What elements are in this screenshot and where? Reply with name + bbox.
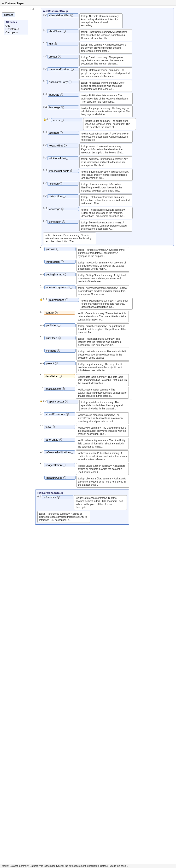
field-additionalInfo-btn[interactable]: additionalInfo i	[47, 156, 79, 160]
field-metadataProvider-btn[interactable]: metadataProvider i	[47, 67, 79, 71]
field-spatialVector-btn[interactable]: spatialVector i	[47, 400, 79, 403]
tt-series: tooltip: Series summary: The series from…	[83, 118, 136, 130]
left-panel: dataset Attributes id system ⚙	[2, 12, 28, 532]
page-title: DatasetType	[5, 1, 24, 5]
info-purpose: i	[56, 248, 59, 250]
rg-field-annotation: 0..* annotation i tooltip: Semantic Anno…	[43, 220, 172, 231]
rg-field-associatedParty: 0..* associatedParty i tooltip: Associat…	[43, 80, 172, 92]
field-licensed-btn[interactable]: licensed i	[47, 182, 79, 186]
expand-icon[interactable]: ▶	[2, 2, 4, 5]
field-methods-btn[interactable]: methods i	[45, 349, 76, 352]
field-storedProcedure-btn[interactable]: storedProcedure i	[44, 412, 75, 416]
page-container: ▶ DatasetType dataset Attributes id	[0, 0, 176, 534]
field-dataTable-btn[interactable]: dataTable i	[44, 374, 75, 378]
tt-title: tooltip: Title summary: A brief descript…	[79, 42, 132, 54]
resource-group-box: res:ResourceGroup 0..* alternateIdentifi…	[41, 8, 174, 246]
tt-shortName: tooltip: Short Name summary: A short nam…	[79, 29, 132, 41]
rg-field-alternateIdentifier: 0..* alternateIdentifier i tooltip: Alte…	[43, 13, 172, 28]
info-icon-15: i	[61, 208, 64, 211]
tt-contact: tooltip: Contact summary: The contact fo…	[76, 311, 129, 322]
field-referencePublication-btn[interactable]: referencePublication i	[44, 451, 75, 454]
tt-gettingStarted: tooltip: Getting Started summary: A high…	[77, 273, 129, 284]
info-methods: i	[57, 349, 60, 352]
info-publisher: i	[58, 324, 60, 327]
tt-project: tooltip: project summary: The project fi…	[77, 362, 129, 373]
field-acknowledgements-btn[interactable]: acknowledgements i	[45, 285, 76, 289]
field-pubPlace-btn[interactable]: pubPlace i	[45, 336, 76, 340]
df-acknowledgements: 0..1 acknowledgements i tooltip: Acknowl…	[40, 285, 174, 297]
df-contact: 1..* contact i tooltip: Contact summary:…	[40, 311, 174, 322]
resource-group-container: 1..1 res:ResourceGroup 0..* alternateIde…	[30, 8, 174, 246]
field-introduction-btn[interactable]: introduction i	[45, 260, 76, 264]
field-contact-btn[interactable]: contact i	[44, 311, 75, 314]
field-associatedParty-btn[interactable]: associatedParty i	[47, 80, 79, 84]
field-annotation-btn[interactable]: annotation i	[47, 220, 79, 224]
attr-system: system ⚙	[5, 28, 27, 30]
tt-spatialVector: tooltip: spatial vector summary: The spa…	[79, 400, 132, 411]
tt-acknowledgements: tooltip: Acknowledgements summary: Text …	[77, 285, 129, 297]
tt-keywordSet: tooltip: Keyword information summary: Ke…	[79, 144, 132, 155]
field-publisher-btn[interactable]: publisher i	[45, 323, 76, 327]
field-title-btn[interactable]: title i	[47, 42, 79, 46]
attr-scope-bullet	[5, 31, 7, 33]
maintenance-lock-icon: 🔒	[40, 298, 43, 301]
field-alternateIdentifier-btn[interactable]: alternateIdentifier i	[47, 13, 79, 17]
tt-otherEntity: tooltip: other entity summary: The other…	[76, 438, 129, 450]
ref-group-title[interactable]: res:ReferenceGroup	[37, 491, 127, 494]
field-otherEntity-btn[interactable]: otherEntity i	[44, 438, 75, 441]
field-literatureCited-btn[interactable]: literatureCited i	[45, 476, 76, 480]
field-creator-btn[interactable]: creator i	[47, 55, 79, 59]
field-project-btn[interactable]: project i	[45, 362, 76, 365]
attr-id-bullet	[5, 25, 7, 27]
tt-associatedParty: tooltip: Associated Party summary: Other…	[79, 80, 132, 92]
info-spatialRaster: i	[62, 388, 65, 390]
attr-id: id	[5, 24, 27, 27]
info-icon-6: i	[60, 93, 63, 96]
tt-abstract: tooltip: Abstract summary: A brief overv…	[80, 131, 133, 143]
rg-field-references: 0..1 references i tooltip: References su…	[37, 495, 127, 510]
tt-pubDate: tooltip: Publication date summary: The p…	[80, 93, 133, 104]
tt-publisher: tooltip: publisher summary: The publishe…	[77, 323, 129, 335]
field-usageCitation-btn[interactable]: usageCitation i	[44, 463, 75, 467]
rg-field-creator: 1..* creator i tooltip: Creator summary:…	[43, 55, 172, 66]
resource-group-title[interactable]: res:ResourceGroup	[43, 9, 172, 12]
dataset-node[interactable]: dataset	[2, 12, 15, 17]
field-references-btn[interactable]: references i	[42, 495, 73, 499]
attr-scope: scope ⚙	[5, 31, 27, 34]
tt-coverage: tooltip: This resource coverage summary:…	[80, 207, 133, 219]
rg-field-intellectualRights: 0..1 intellectualRights i tooltip: Intel…	[43, 169, 172, 181]
field-pubDate-btn[interactable]: pubDate i	[48, 93, 79, 97]
rg-field-additionalInfo: 0..* additionalInfo i tooltip: Additiona…	[43, 156, 172, 168]
tt-references: tooltip: References summary: ID of the a…	[74, 495, 127, 510]
rg-field-coverage: 0..1 coverage i tooltip: This resource c…	[43, 207, 172, 219]
field-intellectualRights-btn[interactable]: intellectualRights i	[48, 169, 79, 173]
df-dataTable: 0..* dataTable i tooltip: data table sum…	[40, 374, 174, 386]
field-abstract-btn[interactable]: abstract i	[48, 131, 79, 135]
rg-field-abstract: 0..1 abstract i tooltip: Abstract summar…	[43, 131, 172, 143]
dataset-fields-section: 0..1 purpose i tooltip: Purpose summary:…	[40, 247, 174, 488]
field-series-btn[interactable]: series i	[51, 118, 82, 122]
field-keywordSet-btn[interactable]: keywordSet i	[47, 144, 79, 148]
field-distribution-btn[interactable]: distribution i	[47, 194, 79, 198]
field-gettingStarted-btn[interactable]: gettingStarted i	[45, 273, 76, 276]
field-purpose-btn[interactable]: purpose i	[45, 247, 76, 251]
info-icon-2: i	[54, 42, 57, 45]
df-referencePublication: 0..* referencePublication i tooltip: Ref…	[40, 451, 174, 462]
field-shortName-btn[interactable]: shortName i	[47, 29, 79, 33]
rg-field-title: 1..* title i tooltip: Title summary: A b…	[43, 42, 172, 54]
info-icon-9: i	[60, 131, 63, 134]
tt-alternateIdentifier: tooltip: Alternate Identifier summary: A…	[79, 13, 122, 28]
info-view: i	[52, 426, 55, 428]
field-maintenance-btn[interactable]: maintenance i	[48, 298, 79, 302]
rg-field-metadataProvider: 0..* metadataProvider i tooltip: Metadat…	[43, 67, 172, 79]
center-panel: 1..1 res:ResourceGroup 0..* alternateIde…	[30, 8, 174, 532]
rg-base-tooltip: tooltip: Resource Base summary: Generic …	[43, 232, 96, 244]
rg-field-series: 🔒 0..1 series i tooltip: Series summary:…	[43, 118, 172, 130]
field-language-btn[interactable]: language i	[48, 105, 79, 109]
field-spatialRaster-btn[interactable]: spatialRaster i	[44, 387, 75, 391]
tt-intellectualRights: tooltip: Intellectual Property Rights su…	[80, 169, 133, 181]
tt-distribution: tooltip: Distribution information summar…	[79, 194, 132, 206]
field-coverage-btn[interactable]: coverage i	[48, 207, 79, 211]
field-view-btn[interactable]: view i	[44, 425, 75, 429]
info-acknowledgements: i	[69, 286, 72, 289]
